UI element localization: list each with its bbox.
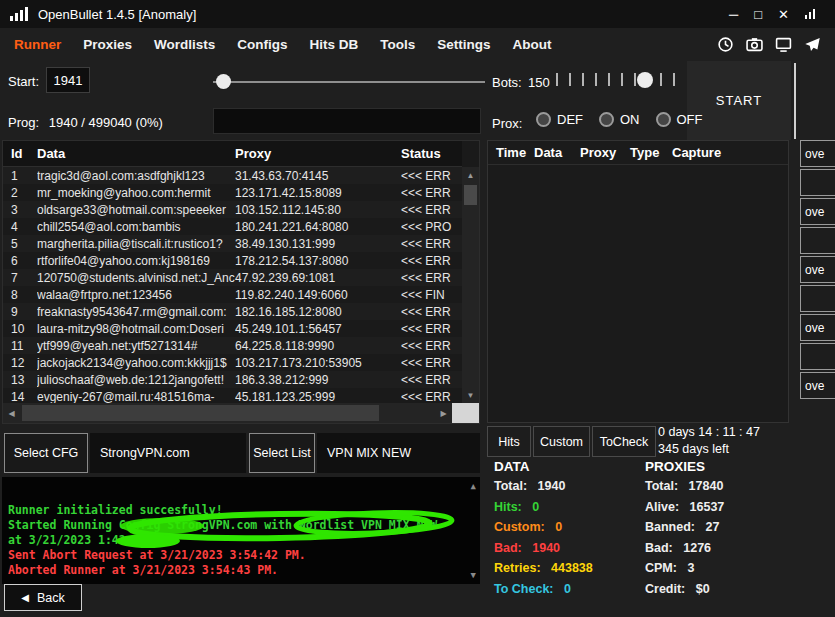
start-button[interactable]: START bbox=[687, 61, 791, 140]
data-row[interactable]: 5 margherita.pilia@tiscali.it:rustico1? … bbox=[3, 235, 462, 252]
stat-row: Bad: 1276 bbox=[645, 541, 724, 555]
cell-id: 11 bbox=[3, 339, 37, 353]
close-button[interactable]: ✕ bbox=[778, 8, 789, 21]
data-row[interactable]: 6 rtforlife04@yahoo.com:kj198169 178.212… bbox=[3, 252, 462, 269]
tab-custom[interactable]: Custom bbox=[533, 426, 590, 457]
cell-proxy: 45.181.123.25:999 bbox=[235, 390, 401, 404]
data-row[interactable]: 11 ytf999@yeah.net:ytf5271314# 64.225.8.… bbox=[3, 337, 462, 354]
bots-slider[interactable] bbox=[556, 72, 686, 88]
divider bbox=[794, 63, 796, 139]
vertical-scrollbar[interactable]: ▲ ▼ bbox=[462, 167, 479, 403]
cell-id: 10 bbox=[3, 322, 37, 336]
data-row[interactable]: 10 laura-mitzy98@hotmail.com:Doseri 45.2… bbox=[3, 320, 462, 337]
data-row[interactable]: 7 120750@students.alvinisd.net:J_Anc 47.… bbox=[3, 269, 462, 286]
proxy-mode-radio[interactable]: ON bbox=[599, 112, 640, 127]
cell-id: 7 bbox=[3, 271, 37, 285]
back-arrow-icon: ◀ bbox=[21, 592, 29, 603]
scroll-left-button[interactable]: ◀ bbox=[3, 409, 20, 418]
column-header-data[interactable]: Data bbox=[534, 145, 580, 160]
cell-id: 12 bbox=[3, 356, 37, 370]
data-row[interactable]: 3 oldsarge33@hotmail.com:speeeker 103.15… bbox=[3, 201, 462, 218]
horizontal-scrollbar[interactable]: ◀ ▶ bbox=[3, 403, 479, 423]
start-slider[interactable] bbox=[213, 74, 485, 90]
camera-icon[interactable] bbox=[746, 36, 763, 53]
select-cfg-button[interactable]: Select CFG bbox=[4, 433, 88, 473]
menu-item[interactable]: Hits DB bbox=[310, 37, 359, 52]
clipped-remove-button[interactable]: ove bbox=[800, 314, 835, 341]
menu-item[interactable]: Runner bbox=[14, 37, 61, 52]
bots-label: Bots: bbox=[492, 75, 522, 90]
cell-id: 3 bbox=[3, 203, 37, 217]
runner-data-grid: Id Data Proxy Status 1 tragic3d@aol.com:… bbox=[2, 140, 480, 424]
column-header-proxy[interactable]: Proxy bbox=[235, 146, 401, 161]
data-row[interactable]: 8 walaa@frtpro.net:123456 119.82.240.149… bbox=[3, 286, 462, 303]
telegram-icon[interactable] bbox=[804, 36, 821, 53]
scroll-down-button[interactable]: ▼ bbox=[462, 387, 479, 403]
cell-status: <<< ERR bbox=[401, 237, 462, 251]
column-header-proxy[interactable]: Proxy bbox=[580, 145, 630, 160]
column-header-id[interactable]: Id bbox=[3, 146, 37, 161]
proxy-mode-radio[interactable]: DEF bbox=[536, 112, 583, 127]
stat-value: 443838 bbox=[551, 561, 593, 575]
menu-item[interactable]: Settings bbox=[437, 37, 490, 52]
clipped-remove-button[interactable] bbox=[800, 227, 835, 254]
days-left: 345 days left bbox=[658, 441, 788, 458]
history-icon[interactable] bbox=[717, 36, 734, 53]
clipped-remove-button[interactable] bbox=[800, 169, 835, 196]
column-header-capture[interactable]: Capture bbox=[672, 145, 788, 160]
tab-hits[interactable]: Hits bbox=[487, 426, 531, 457]
data-row[interactable]: 2 mr_moeking@yahoo.com:hermit 123.171.42… bbox=[3, 184, 462, 201]
menu-item[interactable]: About bbox=[513, 37, 552, 52]
cell-proxy: 178.212.54.137:8080 bbox=[235, 254, 401, 268]
corner-bars-icon bbox=[805, 9, 815, 19]
maximize-button[interactable]: □ bbox=[754, 8, 762, 21]
log-scroll-up-icon[interactable]: ▲ bbox=[471, 481, 476, 491]
monitor-icon[interactable] bbox=[775, 36, 792, 53]
clipped-remove-button[interactable] bbox=[800, 285, 835, 312]
menu-item[interactable]: Tools bbox=[380, 37, 415, 52]
column-header-time[interactable]: Time bbox=[496, 145, 534, 160]
stat-value: 1940 bbox=[538, 479, 566, 493]
data-row[interactable]: 9 freaknasty9543647.rm@gmail.com: 182.16… bbox=[3, 303, 462, 320]
cell-data: laura-mitzy98@hotmail.com:Doseri bbox=[37, 322, 235, 336]
stat-label: Bad: bbox=[494, 541, 522, 555]
column-header-type[interactable]: Type bbox=[630, 145, 672, 160]
cell-data: walaa@frtpro.net:123456 bbox=[37, 288, 235, 302]
cell-data: 120750@students.alvinisd.net:J_Anc bbox=[37, 271, 235, 285]
stat-row: Total: 17840 bbox=[645, 479, 724, 493]
clipped-remove-button[interactable]: ove bbox=[800, 140, 835, 167]
cell-data: tragic3d@aol.com:asdfghjkl123 bbox=[37, 169, 235, 183]
menu-item[interactable]: Configs bbox=[237, 37, 287, 52]
minimize-button[interactable]: ─ bbox=[729, 8, 738, 21]
data-row[interactable]: 13 julioschaaf@web.de:1212jangofett! 186… bbox=[3, 371, 462, 388]
start-count-input[interactable] bbox=[46, 67, 90, 93]
log-scroll-down-icon[interactable]: ▼ bbox=[471, 570, 476, 580]
data-row[interactable]: 12 jackojack2134@yahoo.com:kkkjjj1$ 103.… bbox=[3, 354, 462, 371]
scrollbar-thumb[interactable] bbox=[22, 405, 379, 421]
stat-value: 3 bbox=[687, 561, 694, 575]
data-row[interactable]: 4 chill2554@aol.com:bambis 180.241.221.6… bbox=[3, 218, 462, 235]
column-header-status[interactable]: Status bbox=[401, 146, 462, 161]
grid-header: Id Data Proxy Status bbox=[3, 141, 462, 167]
menu-item[interactable]: Wordlists bbox=[154, 37, 215, 52]
data-row[interactable]: 1 tragic3d@aol.com:asdfghjkl123 31.43.63… bbox=[3, 167, 462, 184]
scroll-right-button[interactable]: ▶ bbox=[435, 409, 452, 418]
stat-label: Retries: bbox=[494, 561, 541, 575]
cell-proxy: 47.92.239.69:1081 bbox=[235, 271, 401, 285]
slider-thumb[interactable] bbox=[216, 74, 231, 89]
back-button[interactable]: ◀ Back bbox=[4, 584, 82, 611]
clipped-remove-button[interactable] bbox=[800, 343, 835, 370]
menu-item[interactable]: Proxies bbox=[83, 37, 132, 52]
cell-data: margherita.pilia@tiscali.it:rustico1? bbox=[37, 237, 235, 251]
scroll-up-button[interactable]: ▲ bbox=[462, 167, 479, 183]
clipped-remove-button[interactable]: ove bbox=[800, 256, 835, 283]
clipped-remove-button[interactable]: ove bbox=[800, 372, 835, 399]
scrollbar-thumb[interactable] bbox=[464, 185, 477, 205]
slider-thumb[interactable] bbox=[637, 72, 653, 88]
proxy-mode-radio[interactable]: OFF bbox=[656, 112, 703, 127]
clipped-remove-button[interactable]: ove bbox=[800, 198, 835, 225]
tab-tocheck[interactable]: ToCheck bbox=[592, 426, 656, 457]
stat-label: Banned: bbox=[645, 520, 695, 534]
column-header-data[interactable]: Data bbox=[37, 146, 235, 161]
select-list-button[interactable]: Select List bbox=[249, 433, 315, 473]
